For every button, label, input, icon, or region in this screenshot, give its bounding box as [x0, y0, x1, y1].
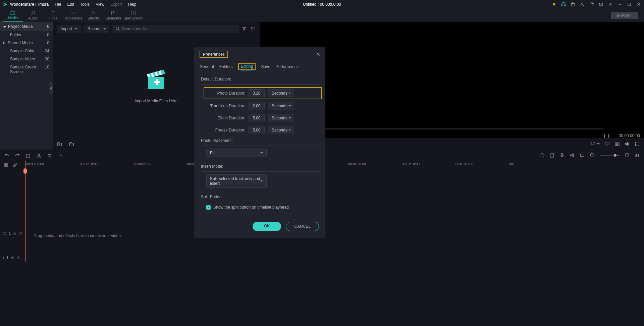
sidebar-project-media[interactable]: Project Media0 — [0, 22, 53, 31]
tab-transitions[interactable]: Transitions — [63, 9, 83, 22]
grid-icon[interactable] — [250, 26, 256, 32]
folder-icon[interactable] — [69, 142, 74, 147]
zoom-in-icon[interactable] — [625, 153, 630, 158]
close-icon[interactable]: ✕ — [316, 52, 320, 57]
maximize-icon[interactable] — [627, 2, 632, 7]
filter-icon[interactable] — [241, 26, 247, 32]
lock-icon[interactable] — [13, 231, 17, 235]
tab-folders[interactable]: Folders — [219, 63, 233, 70]
tab-effects[interactable]: Effects — [83, 9, 103, 22]
default-duration-label: Default Duration: — [201, 77, 319, 85]
headphones-icon[interactable] — [561, 2, 566, 7]
new-folder-icon[interactable] — [57, 142, 62, 147]
redo-icon[interactable] — [15, 153, 20, 158]
delete-icon[interactable] — [25, 153, 31, 158]
ratio-dropdown[interactable]: 1/2 — [590, 142, 600, 146]
effect-duration-input[interactable] — [249, 114, 265, 122]
svg-rect-13 — [71, 12, 73, 14]
doc-title: Untitled : 00:00:00:00 — [303, 2, 341, 7]
ok-button[interactable]: OK — [253, 222, 281, 231]
photo-unit-dropdown[interactable]: Seconds — [268, 89, 294, 97]
import-dropdown[interactable]: Import — [57, 25, 81, 33]
download-icon[interactable] — [608, 2, 613, 7]
adjust-icon[interactable] — [47, 153, 52, 158]
eye-icon[interactable] — [19, 231, 23, 235]
dialog-title: Preferences — [203, 52, 225, 57]
sidebar-sample-green[interactable]: Sample Green Screen10 — [0, 63, 53, 76]
cut-icon[interactable] — [36, 153, 42, 158]
tab-performance[interactable]: Performance — [276, 63, 299, 70]
tab-elements[interactable]: Elements — [103, 9, 123, 22]
transition-duration-input[interactable] — [249, 102, 265, 110]
menu-view[interactable]: View — [96, 2, 104, 7]
tab-split-screen[interactable]: Split Screen — [123, 9, 144, 22]
bracket-left[interactable]: { — [604, 133, 605, 138]
export-button[interactable]: EXPORT — [611, 12, 638, 19]
search-input[interactable] — [122, 26, 235, 31]
save-icon[interactable] — [589, 2, 594, 7]
user-icon[interactable] — [580, 2, 585, 7]
camera-icon[interactable] — [614, 141, 620, 147]
split-button-label: Split Button: — [201, 195, 319, 202]
monitor-icon[interactable] — [604, 141, 610, 147]
freeze-duration-input[interactable] — [249, 126, 265, 134]
message-icon[interactable] — [598, 2, 604, 7]
color-icon[interactable] — [539, 153, 545, 158]
menu-tools[interactable]: Tools — [80, 2, 90, 7]
video-track-label[interactable]: 1 — [3, 231, 23, 235]
timeline-settings-icon[interactable] — [3, 162, 9, 168]
menu-export: Export — [110, 2, 122, 7]
sidebar-collapse-button[interactable] — [49, 82, 53, 94]
sidebar-sample-color[interactable]: Sample Color24 — [0, 47, 53, 55]
sidebar-folder[interactable]: Folder0 — [0, 31, 53, 39]
split-checkbox-label: Show the split button on timeline playhe… — [213, 205, 289, 210]
transition-unit-dropdown[interactable]: Seconds — [268, 102, 294, 110]
minimize-icon[interactable] — [617, 2, 623, 7]
close-icon[interactable] — [636, 2, 641, 7]
tab-audio[interactable]: Audio — [23, 9, 43, 22]
undo-icon[interactable] — [4, 153, 9, 158]
mixer-icon[interactable] — [570, 153, 575, 158]
clapper-icon[interactable] — [145, 69, 168, 92]
menu-edit[interactable]: Edit — [67, 2, 74, 7]
sidebar-sample-video[interactable]: Sample Video20 — [0, 55, 53, 63]
search-icon — [115, 26, 120, 31]
effect-unit-dropdown[interactable]: Seconds — [268, 114, 294, 122]
svg-point-19 — [116, 27, 118, 30]
record-dropdown[interactable]: Record — [84, 25, 109, 33]
tab-titles[interactable]: Titles — [43, 9, 63, 22]
zoom-out-icon[interactable] — [590, 153, 595, 158]
effect-duration-label: Effect Duration: — [206, 116, 245, 120]
insert-mode-select[interactable]: Split selected track only and insert — [206, 174, 267, 188]
lock-icon[interactable] — [10, 256, 14, 260]
audio-edit-icon[interactable] — [58, 153, 63, 158]
sidebar-shared-media[interactable]: Shared Media0 — [0, 39, 53, 47]
freeze-unit-dropdown[interactable]: Seconds — [268, 126, 294, 134]
tab-general[interactable]: General — [200, 63, 214, 70]
volume-icon[interactable] — [625, 141, 630, 147]
bracket-right[interactable]: } — [608, 133, 609, 138]
tab-editing[interactable]: Editing — [241, 63, 253, 70]
speaker-icon[interactable] — [16, 256, 20, 260]
search-box[interactable] — [112, 25, 239, 33]
cancel-button[interactable]: CANCEL — [286, 222, 319, 231]
crop-icon[interactable] — [580, 153, 585, 158]
zoom-slider[interactable] — [600, 155, 620, 156]
menu-help[interactable]: Help — [128, 2, 137, 7]
fit-icon[interactable] — [635, 153, 640, 158]
link-icon[interactable] — [12, 162, 17, 168]
split-checkbox[interactable]: ✓ — [206, 205, 211, 210]
lightbulb-icon[interactable] — [551, 2, 557, 7]
fullscreen-icon[interactable] — [635, 141, 640, 147]
playhead[interactable] — [25, 161, 25, 262]
tab-save[interactable]: Save — [261, 63, 270, 70]
menu-file[interactable]: File — [55, 2, 61, 7]
audio-track-label[interactable]: ♪ 1 — [3, 256, 20, 260]
trash-icon[interactable] — [570, 2, 576, 7]
marker-icon[interactable] — [549, 153, 555, 158]
photo-duration-input[interactable] — [249, 89, 265, 97]
tab-media[interactable]: Media — [3, 9, 23, 22]
svg-rect-59 — [14, 233, 16, 235]
mic-icon[interactable] — [559, 153, 565, 158]
photo-placement-select[interactable]: Fit — [206, 149, 267, 157]
